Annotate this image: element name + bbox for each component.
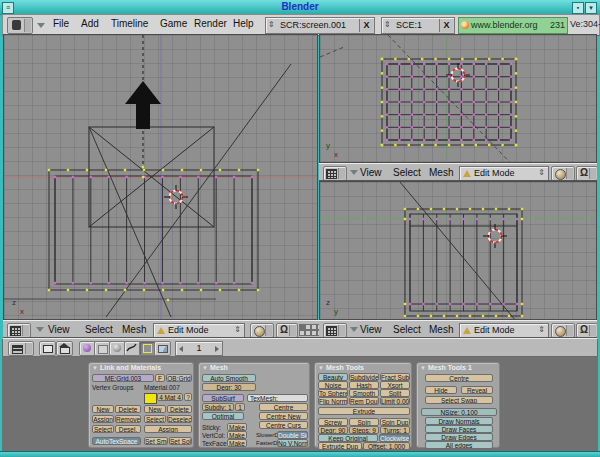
mat-deselect-button[interactable]: Deselect xyxy=(167,415,192,423)
offset-field[interactable]: Offset: 1.000 xyxy=(363,442,410,450)
texface-make-button[interactable]: Make xyxy=(227,439,247,447)
all-edges-toggle[interactable]: All edges xyxy=(425,441,493,449)
viewport-side[interactable]: z y xyxy=(319,181,597,320)
centre-button[interactable]: Centre xyxy=(259,403,308,411)
draw-edges-toggle[interactable]: Draw Edges xyxy=(425,433,493,441)
centre-new-button[interactable]: Centre New xyxy=(259,412,308,420)
fract-sub-button[interactable]: Fract Sub xyxy=(380,373,410,381)
scene-selector[interactable]: ⇕ SCE:1 X xyxy=(381,17,455,34)
screw-button[interactable]: Screw xyxy=(318,418,348,426)
header-collapse-icon[interactable] xyxy=(37,23,45,28)
mode-dropdown[interactable]: Edit Mode ⇕ xyxy=(459,323,549,338)
steps-field[interactable]: Steps: 9 xyxy=(349,426,379,434)
menu-file[interactable]: File xyxy=(53,18,69,29)
extrude-button[interactable]: Extrude xyxy=(318,407,410,415)
double-sided-toggle[interactable]: Double Side xyxy=(277,431,308,439)
material-help-button[interactable]: ? xyxy=(184,393,192,401)
pivot-button[interactable]: Ω xyxy=(276,323,298,338)
vgroup-delete-button[interactable]: Delete xyxy=(115,405,141,413)
mode-dropdown[interactable]: Edit Mode ⇕ xyxy=(153,323,245,338)
noise-button[interactable]: Noise xyxy=(318,381,348,389)
vgroup-select-button[interactable]: Select xyxy=(92,425,114,433)
draw-type-button[interactable] xyxy=(250,323,274,338)
draw-faces-toggle[interactable]: Draw Faces xyxy=(425,425,493,433)
beauty-toggle[interactable]: Beauty xyxy=(318,373,348,381)
pivot-button[interactable]: Ω xyxy=(576,323,597,338)
vgroup-new-button[interactable]: New xyxy=(92,405,114,413)
to-sphere-button[interactable]: To Sphere xyxy=(318,389,348,397)
reveal-button[interactable]: Reveal xyxy=(461,386,493,394)
menu-render[interactable]: Render xyxy=(194,18,227,29)
viewport-front[interactable]: z x xyxy=(3,34,318,320)
object-name-field[interactable]: OB:Grid xyxy=(166,374,192,382)
draw-type-button[interactable] xyxy=(551,166,575,181)
menu-mesh[interactable]: Mesh xyxy=(429,167,453,178)
draw-type-button[interactable] xyxy=(551,323,575,338)
sticky-make-button[interactable]: Make xyxy=(227,423,247,431)
pivot-button[interactable]: Ω xyxy=(576,166,597,181)
viewport-top[interactable]: y x xyxy=(319,34,597,163)
centre-button[interactable]: Centre xyxy=(425,374,493,382)
shade-icon[interactable]: ▾ xyxy=(585,2,597,14)
blender-logo-button[interactable] xyxy=(7,17,33,34)
menu-add[interactable]: Add xyxy=(81,18,99,29)
screen-selector[interactable]: ⇕ SCR:screen.001 X xyxy=(265,17,375,34)
keep-original-toggle[interactable]: Keep Original xyxy=(318,434,378,442)
no-vnormal-flip-toggle[interactable]: No V.Norma xyxy=(277,439,308,447)
maximize-icon[interactable]: ▪ xyxy=(572,2,584,14)
frame-next-icon[interactable] xyxy=(215,346,219,352)
hash-button[interactable]: Hash xyxy=(349,381,379,389)
smooth-button[interactable]: Smooth xyxy=(349,389,379,397)
texmesh-field[interactable]: TexMesh: xyxy=(247,394,308,402)
menu-select[interactable]: Select xyxy=(393,324,421,335)
mat-delete-button[interactable]: Delete xyxy=(167,405,192,413)
split-button[interactable]: Split xyxy=(380,389,410,397)
subsurf-toggle[interactable]: SubSurf xyxy=(202,394,244,402)
fake-user-button[interactable]: F xyxy=(155,374,165,382)
menu-timeline[interactable]: Timeline xyxy=(111,18,148,29)
material-color-swatch[interactable] xyxy=(144,393,157,404)
rem-doubles-button[interactable]: Rem Doub xyxy=(349,397,379,405)
flip-normals-button[interactable]: Flip Norm xyxy=(318,397,348,405)
menu-select[interactable]: Select xyxy=(85,324,113,335)
menu-mesh[interactable]: Mesh xyxy=(122,324,146,335)
vgroup-remove-button[interactable]: Remove xyxy=(115,415,141,423)
subdiv-field[interactable]: Subdiv: 1 xyxy=(202,403,234,411)
nsize-field[interactable]: NSize: 0.100 xyxy=(421,408,497,416)
mat-select-button[interactable]: Select xyxy=(144,415,166,423)
clockwise-toggle[interactable]: Clockwise xyxy=(379,434,410,442)
vertcol-make-button[interactable]: Make xyxy=(227,431,247,439)
menu-game[interactable]: Game xyxy=(160,18,187,29)
header-collapse-icon[interactable] xyxy=(36,327,44,332)
editor-type-button[interactable] xyxy=(323,323,347,338)
subdiv-render-field[interactable]: 1 xyxy=(235,403,245,411)
auto-smooth-toggle[interactable]: Auto Smooth xyxy=(202,374,256,382)
editor-type-button[interactable] xyxy=(7,323,31,338)
hide-button[interactable]: Hide xyxy=(425,386,457,394)
titlebar[interactable]: ≡ Blender ▪ ▾ xyxy=(0,0,600,15)
degr-field[interactable]: Degr: 30 xyxy=(202,383,256,391)
vgroup-assign-button[interactable]: Assign xyxy=(92,415,114,423)
mode-dropdown[interactable]: Edit Mode ⇕ xyxy=(459,166,549,181)
material-index-field[interactable]: 4 Mat 4 xyxy=(157,393,183,401)
frame-number-field[interactable]: 1 xyxy=(175,341,223,356)
menu-select[interactable]: Select xyxy=(393,167,421,178)
menu-help[interactable]: Help xyxy=(233,18,254,29)
menu-mesh[interactable]: Mesh xyxy=(429,324,453,335)
layer-buttons[interactable] xyxy=(299,324,319,336)
panel-align-button[interactable] xyxy=(39,341,56,356)
scene-delete-button[interactable]: X xyxy=(439,19,453,32)
select-swap-button[interactable]: Select Swap xyxy=(425,396,493,404)
turns-field[interactable]: Turns: 1 xyxy=(380,426,410,434)
mesh-datablock-field[interactable]: ME:Grid.003 xyxy=(92,374,154,382)
subdivide-button[interactable]: Subdivide xyxy=(349,373,379,381)
set-solid-button[interactable]: Set Solid xyxy=(169,437,192,445)
buttons-window[interactable]: ▼Link and Materials ME:Grid.003 F OB:Gri… xyxy=(2,357,598,451)
centre-cursor-button[interactable]: Centre Curs xyxy=(259,421,308,429)
set-smooth-button[interactable]: Set Smoo xyxy=(144,437,168,445)
home-button[interactable] xyxy=(56,341,73,356)
menu-view[interactable]: View xyxy=(360,167,382,178)
menu-view[interactable]: View xyxy=(360,324,382,335)
spin-dup-button[interactable]: Spin Dup xyxy=(380,418,410,426)
spin-button[interactable]: Spin xyxy=(349,418,379,426)
